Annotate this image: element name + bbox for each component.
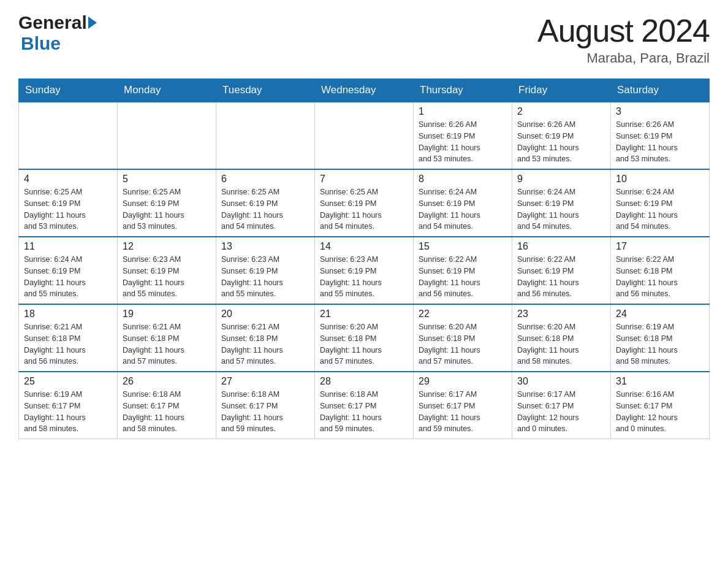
- day-info: Sunrise: 6:24 AM Sunset: 6:19 PM Dayligh…: [616, 186, 704, 232]
- calendar-cell: 26Sunrise: 6:18 AM Sunset: 6:17 PM Dayli…: [118, 372, 216, 439]
- day-number: 21: [320, 308, 408, 320]
- day-info: Sunrise: 6:20 AM Sunset: 6:18 PM Dayligh…: [517, 321, 605, 367]
- weekday-header-friday: Friday: [512, 79, 611, 102]
- day-number: 2: [517, 106, 605, 117]
- calendar-cell: 4Sunrise: 6:25 AM Sunset: 6:19 PM Daylig…: [19, 169, 118, 237]
- day-info: Sunrise: 6:20 AM Sunset: 6:18 PM Dayligh…: [320, 321, 408, 367]
- calendar-cell: [315, 102, 414, 169]
- calendar-cell: 27Sunrise: 6:18 AM Sunset: 6:17 PM Dayli…: [216, 372, 315, 439]
- calendar-cell: 25Sunrise: 6:19 AM Sunset: 6:17 PM Dayli…: [19, 372, 118, 439]
- calendar-cell: 8Sunrise: 6:24 AM Sunset: 6:19 PM Daylig…: [414, 169, 512, 237]
- week-row-4: 18Sunrise: 6:21 AM Sunset: 6:18 PM Dayli…: [19, 304, 710, 372]
- day-info: Sunrise: 6:19 AM Sunset: 6:17 PM Dayligh…: [24, 389, 112, 435]
- calendar-cell: 7Sunrise: 6:25 AM Sunset: 6:19 PM Daylig…: [315, 169, 414, 237]
- calendar-cell: 12Sunrise: 6:23 AM Sunset: 6:19 PM Dayli…: [118, 237, 216, 304]
- calendar-cell: 17Sunrise: 6:22 AM Sunset: 6:18 PM Dayli…: [611, 237, 710, 304]
- day-number: 10: [616, 174, 704, 185]
- weekday-header-tuesday: Tuesday: [216, 79, 315, 102]
- day-info: Sunrise: 6:18 AM Sunset: 6:17 PM Dayligh…: [221, 389, 309, 435]
- day-info: Sunrise: 6:25 AM Sunset: 6:19 PM Dayligh…: [221, 186, 309, 232]
- weekday-header-wednesday: Wednesday: [315, 79, 414, 102]
- calendar-cell: 1Sunrise: 6:26 AM Sunset: 6:19 PM Daylig…: [414, 102, 512, 169]
- day-number: 29: [419, 376, 507, 387]
- calendar-cell: 24Sunrise: 6:19 AM Sunset: 6:18 PM Dayli…: [611, 304, 710, 372]
- day-info: Sunrise: 6:26 AM Sunset: 6:19 PM Dayligh…: [419, 119, 507, 165]
- calendar-cell: 28Sunrise: 6:18 AM Sunset: 6:17 PM Dayli…: [315, 372, 414, 439]
- day-info: Sunrise: 6:22 AM Sunset: 6:19 PM Dayligh…: [419, 254, 507, 300]
- weekday-header-sunday: Sunday: [19, 79, 118, 102]
- weekday-header-monday: Monday: [118, 79, 216, 102]
- calendar-cell: 6Sunrise: 6:25 AM Sunset: 6:19 PM Daylig…: [216, 169, 315, 237]
- day-info: Sunrise: 6:22 AM Sunset: 6:18 PM Dayligh…: [616, 254, 704, 300]
- day-number: 6: [221, 174, 309, 185]
- day-info: Sunrise: 6:21 AM Sunset: 6:18 PM Dayligh…: [221, 321, 309, 367]
- calendar-cell: 2Sunrise: 6:26 AM Sunset: 6:19 PM Daylig…: [512, 102, 611, 169]
- day-info: Sunrise: 6:26 AM Sunset: 6:19 PM Dayligh…: [517, 119, 605, 165]
- day-info: Sunrise: 6:24 AM Sunset: 6:19 PM Dayligh…: [24, 254, 112, 300]
- page-header: General Blue August 2024 Maraba, Para, B…: [18, 12, 710, 66]
- day-info: Sunrise: 6:24 AM Sunset: 6:19 PM Dayligh…: [517, 186, 605, 232]
- weekday-header-row: SundayMondayTuesdayWednesdayThursdayFrid…: [19, 79, 710, 102]
- day-number: 13: [221, 241, 309, 252]
- calendar-cell: 3Sunrise: 6:26 AM Sunset: 6:19 PM Daylig…: [611, 102, 710, 169]
- week-row-2: 4Sunrise: 6:25 AM Sunset: 6:19 PM Daylig…: [19, 169, 710, 237]
- calendar-cell: 19Sunrise: 6:21 AM Sunset: 6:18 PM Dayli…: [118, 304, 216, 372]
- calendar-cell: 5Sunrise: 6:25 AM Sunset: 6:19 PM Daylig…: [118, 169, 216, 237]
- day-info: Sunrise: 6:23 AM Sunset: 6:19 PM Dayligh…: [320, 254, 408, 300]
- day-number: 7: [320, 174, 408, 185]
- calendar-cell: 10Sunrise: 6:24 AM Sunset: 6:19 PM Dayli…: [611, 169, 710, 237]
- day-info: Sunrise: 6:17 AM Sunset: 6:17 PM Dayligh…: [419, 389, 507, 435]
- logo-blue-text: Blue: [21, 33, 61, 53]
- day-info: Sunrise: 6:25 AM Sunset: 6:19 PM Dayligh…: [123, 186, 211, 232]
- day-number: 28: [320, 376, 408, 387]
- calendar-cell: 20Sunrise: 6:21 AM Sunset: 6:18 PM Dayli…: [216, 304, 315, 372]
- day-info: Sunrise: 6:21 AM Sunset: 6:18 PM Dayligh…: [123, 321, 211, 367]
- week-row-3: 11Sunrise: 6:24 AM Sunset: 6:19 PM Dayli…: [19, 237, 710, 304]
- calendar-cell: 18Sunrise: 6:21 AM Sunset: 6:18 PM Dayli…: [19, 304, 118, 372]
- day-info: Sunrise: 6:25 AM Sunset: 6:19 PM Dayligh…: [24, 186, 112, 232]
- day-info: Sunrise: 6:22 AM Sunset: 6:19 PM Dayligh…: [517, 254, 605, 300]
- day-info: Sunrise: 6:23 AM Sunset: 6:19 PM Dayligh…: [221, 254, 309, 300]
- calendar-cell: 16Sunrise: 6:22 AM Sunset: 6:19 PM Dayli…: [512, 237, 611, 304]
- day-number: 17: [616, 241, 704, 252]
- day-number: 19: [123, 308, 211, 320]
- title-block: August 2024 Maraba, Para, Brazil: [537, 12, 710, 66]
- day-info: Sunrise: 6:17 AM Sunset: 6:17 PM Dayligh…: [517, 389, 605, 435]
- calendar-cell: 21Sunrise: 6:20 AM Sunset: 6:18 PM Dayli…: [315, 304, 414, 372]
- calendar-cell: [216, 102, 315, 169]
- week-row-5: 25Sunrise: 6:19 AM Sunset: 6:17 PM Dayli…: [19, 372, 710, 439]
- day-number: 22: [419, 308, 507, 320]
- day-number: 14: [320, 241, 408, 252]
- day-number: 15: [419, 241, 507, 252]
- day-info: Sunrise: 6:21 AM Sunset: 6:18 PM Dayligh…: [24, 321, 112, 367]
- day-info: Sunrise: 6:18 AM Sunset: 6:17 PM Dayligh…: [320, 389, 408, 435]
- day-number: 27: [221, 376, 309, 387]
- month-title: August 2024: [537, 12, 710, 49]
- day-number: 25: [24, 376, 112, 387]
- day-number: 18: [24, 308, 112, 320]
- calendar-cell: 31Sunrise: 6:16 AM Sunset: 6:17 PM Dayli…: [611, 372, 710, 439]
- calendar-cell: 11Sunrise: 6:24 AM Sunset: 6:19 PM Dayli…: [19, 237, 118, 304]
- day-info: Sunrise: 6:26 AM Sunset: 6:19 PM Dayligh…: [616, 119, 704, 165]
- calendar-table: SundayMondayTuesdayWednesdayThursdayFrid…: [18, 79, 710, 439]
- day-number: 16: [517, 241, 605, 252]
- calendar-cell: 29Sunrise: 6:17 AM Sunset: 6:17 PM Dayli…: [414, 372, 512, 439]
- day-info: Sunrise: 6:19 AM Sunset: 6:18 PM Dayligh…: [616, 321, 704, 367]
- calendar-cell: 23Sunrise: 6:20 AM Sunset: 6:18 PM Dayli…: [512, 304, 611, 372]
- logo: General Blue: [18, 12, 97, 54]
- day-number: 12: [123, 241, 211, 252]
- week-row-1: 1Sunrise: 6:26 AM Sunset: 6:19 PM Daylig…: [19, 102, 710, 169]
- logo-triangle-icon: [88, 17, 97, 29]
- day-number: 26: [123, 376, 211, 387]
- calendar-cell: 15Sunrise: 6:22 AM Sunset: 6:19 PM Dayli…: [414, 237, 512, 304]
- day-number: 5: [123, 174, 211, 185]
- logo-general-text: General: [18, 12, 87, 33]
- calendar-cell: 22Sunrise: 6:20 AM Sunset: 6:18 PM Dayli…: [414, 304, 512, 372]
- calendar-cell: 13Sunrise: 6:23 AM Sunset: 6:19 PM Dayli…: [216, 237, 315, 304]
- day-number: 30: [517, 376, 605, 387]
- day-number: 4: [24, 174, 112, 185]
- calendar-cell: 9Sunrise: 6:24 AM Sunset: 6:19 PM Daylig…: [512, 169, 611, 237]
- day-info: Sunrise: 6:18 AM Sunset: 6:17 PM Dayligh…: [123, 389, 211, 435]
- day-number: 24: [616, 308, 704, 320]
- day-number: 11: [24, 241, 112, 252]
